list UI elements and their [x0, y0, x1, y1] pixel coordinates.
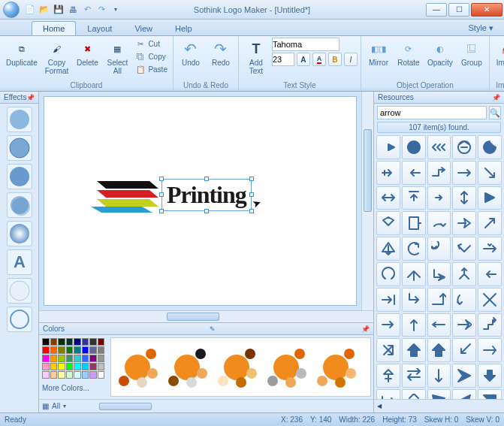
delete-button[interactable]: ✖Delete	[73, 38, 101, 69]
eyedropper-icon[interactable]: ✎	[210, 325, 216, 333]
resource-item[interactable]	[452, 186, 476, 210]
color-swatch[interactable]	[82, 363, 89, 370]
resource-item[interactable]	[452, 313, 476, 337]
qat-dropdown-icon[interactable]: ▾	[110, 4, 122, 16]
qat-print-icon[interactable]: 🖶	[67, 4, 79, 16]
tab-help[interactable]: Help	[164, 21, 204, 35]
color-swatch[interactable]	[98, 371, 105, 379]
logo-text[interactable]: Printing	[167, 181, 246, 209]
color-variants[interactable]	[110, 337, 371, 397]
resource-item[interactable]	[478, 262, 502, 286]
resource-item[interactable]	[402, 364, 426, 388]
close-button[interactable]: ✕	[471, 3, 502, 17]
resource-item[interactable]	[376, 161, 400, 185]
effect-item[interactable]	[7, 135, 32, 161]
resource-item[interactable]	[427, 161, 451, 185]
colors-all-dropdown[interactable]: All	[52, 402, 60, 410]
resource-item[interactable]	[402, 186, 426, 210]
logo-artwork[interactable]: Printing ➤	[89, 172, 252, 217]
colors-scroll-h[interactable]	[99, 403, 152, 410]
color-swatches[interactable]	[39, 335, 108, 382]
color-swatch[interactable]	[50, 355, 58, 362]
color-swatch[interactable]	[89, 363, 97, 370]
resource-item[interactable]	[452, 161, 476, 185]
color-swatch[interactable]	[50, 363, 58, 370]
resource-item[interactable]	[402, 135, 426, 159]
canvas-scroll-h[interactable]	[39, 310, 373, 322]
resource-item[interactable]	[376, 211, 400, 235]
font-color-button[interactable]: A	[312, 53, 326, 66]
color-swatch[interactable]	[74, 371, 81, 379]
resource-item[interactable]	[452, 237, 476, 261]
resource-item[interactable]	[427, 211, 451, 235]
qat-undo-icon[interactable]: ↶	[81, 4, 93, 16]
resource-item[interactable]	[478, 389, 502, 399]
color-swatch[interactable]	[89, 338, 97, 346]
effect-item[interactable]	[7, 107, 32, 132]
color-swatch[interactable]	[98, 363, 105, 370]
resource-item[interactable]	[478, 135, 502, 159]
add-text-button[interactable]: TAdd Text	[242, 38, 270, 77]
tab-home[interactable]: Home	[32, 21, 76, 35]
resource-item[interactable]	[376, 338, 400, 362]
opacity-button[interactable]: ◐Opacity	[424, 38, 456, 69]
color-swatch[interactable]	[89, 371, 97, 379]
qat-new-icon[interactable]: 📄	[24, 4, 36, 16]
duplicate-button[interactable]: ⧉Duplicate	[3, 38, 41, 69]
minimize-button[interactable]: —	[426, 3, 447, 17]
resource-item[interactable]	[427, 389, 451, 399]
copy-format-button[interactable]: 🖌Copy Format	[42, 38, 72, 77]
effect-item[interactable]	[7, 164, 32, 189]
style-dropdown[interactable]: Style ▾	[468, 23, 493, 35]
grid-toggle-icon[interactable]: ▦	[42, 402, 49, 410]
qat-redo-icon[interactable]: ↷	[95, 4, 107, 16]
pin-icon[interactable]: 📌	[361, 325, 370, 333]
resource-item[interactable]	[452, 262, 476, 286]
color-swatch[interactable]	[50, 346, 58, 354]
search-button[interactable]: 🔍	[489, 106, 501, 119]
select-all-button[interactable]: ▦Select All	[103, 38, 131, 77]
resource-item[interactable]	[452, 338, 476, 362]
resource-item[interactable]	[402, 389, 426, 399]
color-swatch[interactable]	[74, 338, 81, 346]
mirror-button[interactable]: ◧◨Mirror	[364, 38, 393, 69]
color-swatch[interactable]	[98, 338, 105, 346]
resource-item[interactable]	[427, 262, 451, 286]
more-colors-link[interactable]: More Colors...	[39, 382, 108, 394]
bold-button[interactable]: B	[328, 53, 342, 66]
resource-item[interactable]	[402, 313, 426, 337]
effect-item[interactable]	[7, 192, 32, 218]
color-variant[interactable]	[119, 349, 156, 386]
effect-item[interactable]	[7, 221, 32, 246]
resources-search-input[interactable]	[377, 106, 487, 119]
resource-item[interactable]	[427, 237, 451, 261]
resource-item[interactable]	[402, 161, 426, 185]
cut-button[interactable]: ✂Cut	[133, 38, 170, 50]
color-swatch[interactable]	[50, 371, 58, 379]
color-swatch[interactable]	[82, 346, 89, 354]
resource-item[interactable]	[376, 237, 400, 261]
resource-item[interactable]	[478, 313, 502, 337]
canvas[interactable]: Printing ➤	[44, 96, 357, 306]
color-swatch[interactable]	[66, 338, 74, 346]
text-selection-box[interactable]: Printing ➤	[161, 179, 252, 211]
resource-item[interactable]	[402, 237, 426, 261]
color-swatch[interactable]	[82, 338, 89, 346]
effect-item[interactable]	[7, 278, 32, 304]
tab-view[interactable]: View	[123, 21, 164, 35]
resource-item[interactable]	[427, 135, 451, 159]
color-swatch[interactable]	[74, 363, 81, 370]
maximize-button[interactable]: ☐	[448, 3, 469, 17]
resource-item[interactable]	[402, 338, 426, 362]
resource-item[interactable]	[376, 389, 400, 399]
resource-item[interactable]	[376, 364, 400, 388]
color-swatch[interactable]	[98, 346, 105, 354]
resource-item[interactable]	[376, 288, 400, 312]
paste-button[interactable]: 📋Paste	[133, 63, 170, 75]
resource-item[interactable]	[452, 288, 476, 312]
font-grow-button[interactable]: A	[297, 53, 310, 66]
color-swatch[interactable]	[98, 355, 105, 362]
color-swatch[interactable]	[66, 363, 74, 370]
resource-item[interactable]	[402, 262, 426, 286]
resource-item[interactable]	[376, 262, 400, 286]
